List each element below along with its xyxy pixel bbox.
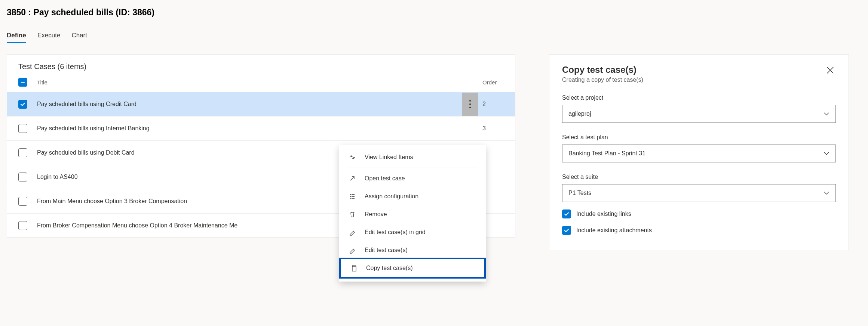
menu-assign[interactable]: Assign configuration [339, 187, 486, 205]
edit-icon [348, 229, 356, 236]
context-menu: View Linked Items Open test case Assign … [339, 145, 486, 282]
include-links-label: Include existing links [576, 211, 631, 217]
menu-edit[interactable]: Edit test case(s) [339, 241, 486, 259]
include-attachments-label: Include existing attachments [576, 227, 652, 234]
link-icon [348, 153, 356, 161]
svg-rect-0 [21, 82, 25, 83]
menu-view-linked[interactable]: View Linked Items [339, 148, 486, 166]
plan-select[interactable]: Banking Test Plan - Sprint 31 [562, 145, 836, 162]
panel-title: Copy test case(s) [562, 65, 643, 75]
menu-label: Assign configuration [365, 193, 418, 200]
chevron-down-icon [823, 150, 829, 156]
select-all-checkbox[interactable] [18, 78, 27, 87]
tab-execute[interactable]: Execute [37, 32, 60, 43]
grid-header-row: Title Order [7, 78, 515, 92]
page-title: 3850 : Pay scheduled bills (ID: 3866) [7, 7, 861, 18]
table-row[interactable]: Pay scheduled bills using Credit Card 2 [7, 92, 515, 116]
row-checkbox[interactable] [18, 148, 27, 157]
menu-edit-grid[interactable]: Edit test case(s) in grid [339, 223, 486, 241]
project-value: agileproj [568, 111, 591, 117]
menu-label: Remove [365, 211, 387, 218]
close-button[interactable] [825, 65, 836, 77]
tab-define[interactable]: Define [7, 32, 26, 43]
list-icon [348, 193, 356, 200]
tab-bar: Define Execute Chart [7, 32, 861, 43]
include-attachments-checkbox[interactable] [562, 226, 571, 235]
project-label: Select a project [562, 94, 836, 101]
menu-label: View Linked Items [365, 154, 413, 161]
suite-select[interactable]: P1 Tests [562, 184, 836, 202]
trash-icon [348, 211, 356, 218]
open-icon [348, 175, 356, 182]
row-order: 3 [479, 125, 504, 132]
menu-label: Edit test case(s) [365, 247, 408, 254]
tab-chart[interactable]: Chart [71, 32, 87, 43]
col-order-header[interactable]: Order [479, 79, 504, 86]
row-order: 2 [479, 101, 504, 108]
svg-rect-1 [352, 267, 356, 271]
row-title: Pay scheduled bills using Credit Card [37, 101, 461, 108]
panel-subtitle: Creating a copy of test case(s) [562, 77, 643, 83]
menu-separator [347, 168, 478, 168]
row-title: Pay scheduled bills using Internet Banki… [37, 125, 461, 132]
plan-value: Banking Test Plan - Sprint 31 [568, 150, 645, 157]
project-select[interactable]: agileproj [562, 105, 836, 123]
edit-icon [348, 246, 356, 254]
menu-label: Open test case [365, 175, 405, 182]
menu-copy[interactable]: Copy test case(s) [339, 258, 486, 279]
more-vertical-icon [469, 100, 471, 108]
row-checkbox[interactable] [18, 221, 27, 230]
row-checkbox[interactable] [18, 100, 27, 109]
chevron-down-icon [823, 190, 829, 196]
plan-label: Select a test plan [562, 134, 836, 141]
copy-icon [350, 264, 358, 272]
suite-label: Select a suite [562, 174, 836, 180]
grid-heading: Test Cases (6 items) [7, 55, 515, 78]
include-links-checkbox[interactable] [562, 209, 571, 218]
row-checkbox[interactable] [18, 173, 27, 181]
col-title-header[interactable]: Title [37, 79, 461, 86]
close-icon [826, 66, 834, 74]
suite-value: P1 Tests [568, 190, 591, 196]
copy-test-cases-panel: Copy test case(s) Creating a copy of tes… [549, 55, 849, 250]
row-more-button[interactable] [462, 93, 478, 116]
row-checkbox[interactable] [18, 197, 27, 206]
menu-label: Edit test case(s) in grid [365, 229, 426, 236]
menu-open[interactable]: Open test case [339, 170, 486, 187]
row-checkbox[interactable] [18, 124, 27, 133]
chevron-down-icon [823, 111, 829, 117]
table-row[interactable]: Pay scheduled bills using Internet Banki… [7, 116, 515, 140]
menu-label: Copy test case(s) [366, 265, 412, 271]
menu-remove[interactable]: Remove [339, 205, 486, 223]
